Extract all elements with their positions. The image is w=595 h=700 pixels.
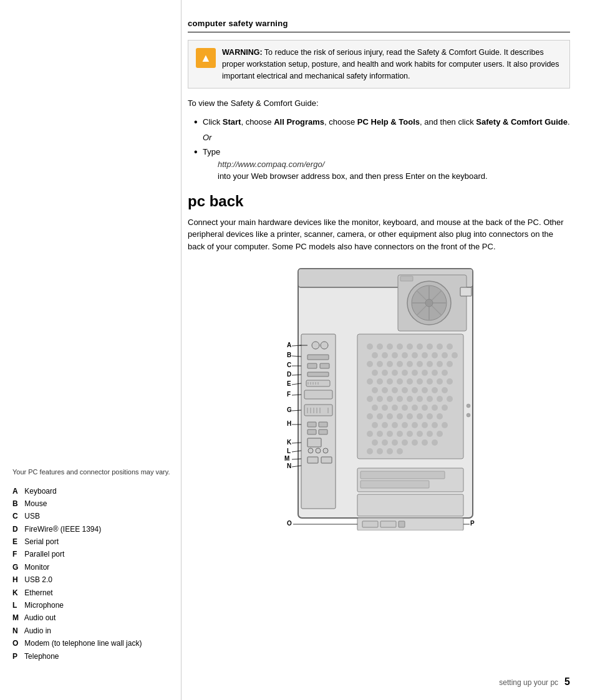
svg-point-119: [427, 413, 433, 420]
svg-rect-152: [360, 481, 429, 488]
svg-point-84: [417, 378, 423, 385]
svg-point-53: [372, 352, 378, 358]
svg-point-60: [442, 352, 448, 358]
svg-point-40: [323, 448, 328, 453]
svg-point-103: [437, 396, 443, 402]
connector-text-p: Telephone: [22, 650, 59, 663]
svg-point-138: [382, 439, 388, 446]
svg-point-56: [402, 352, 408, 358]
svg-point-116: [397, 413, 403, 420]
connector-text-o: Modem (to telephone line wall jack): [22, 637, 142, 650]
svg-point-129: [367, 431, 373, 437]
connector-item-m: M Audio out: [12, 611, 172, 624]
svg-point-67: [417, 361, 423, 367]
svg-point-74: [402, 370, 408, 376]
svg-point-9: [425, 299, 433, 307]
svg-point-109: [412, 405, 418, 411]
ergo-url: http://www.compaq.com/ergo/: [218, 158, 488, 171]
svg-point-45: [377, 343, 383, 350]
svg-point-46: [387, 343, 393, 350]
url-suffix: into your Web browser address box, and t…: [218, 170, 488, 183]
svg-point-55: [392, 352, 398, 358]
diagram-container: A B C D: [188, 262, 570, 530]
svg-point-70: [447, 361, 453, 367]
svg-point-54: [382, 352, 388, 358]
svg-text:P: P: [470, 520, 475, 527]
svg-rect-36: [319, 429, 327, 434]
main-content: computer safety warning ▲ WARNING: To re…: [181, 0, 595, 700]
svg-text:M: M: [284, 455, 289, 462]
svg-point-97: [377, 396, 383, 402]
svg-point-131: [387, 431, 393, 437]
connector-item-a: A Keyboard: [12, 485, 172, 497]
sidebar-note: Your PC features and connector positions…: [12, 467, 172, 477]
safety-bullet-list: • Click Start, choose All Programs, choo…: [194, 116, 570, 128]
bullet-dot-2: •: [194, 147, 203, 157]
safety-bullet-2: • Type http://www.compaq.com/ergo/ into …: [194, 146, 570, 183]
svg-text:E: E: [287, 380, 291, 387]
svg-point-100: [407, 396, 413, 402]
connector-item-c: C USB: [12, 510, 172, 522]
connector-item-g: G Monitor: [12, 561, 172, 573]
connector-letter-l: L: [12, 599, 22, 611]
warning-prefix: WARNING:: [222, 48, 263, 57]
svg-point-125: [412, 422, 418, 428]
connector-item-b: B Mouse: [12, 497, 172, 510]
svg-point-134: [417, 431, 423, 437]
svg-point-130: [377, 431, 383, 437]
svg-point-69: [437, 361, 443, 367]
svg-point-144: [367, 448, 373, 454]
connector-letter-p: P: [12, 650, 22, 663]
svg-point-14: [321, 342, 328, 349]
safety-warning-section: computer safety warning ▲ WARNING: To re…: [188, 19, 570, 183]
svg-point-112: [442, 405, 448, 411]
svg-point-139: [392, 439, 398, 446]
svg-point-64: [387, 361, 393, 367]
svg-point-39: [316, 448, 321, 453]
svg-point-124: [402, 422, 408, 428]
section-title: computer safety warning: [188, 19, 570, 28]
svg-point-92: [412, 387, 418, 393]
svg-point-99: [397, 396, 403, 402]
pc-help-tools-label: PC Help & Tools: [357, 117, 420, 127]
svg-point-90: [392, 387, 398, 393]
svg-point-80: [377, 378, 383, 385]
svg-point-79: [367, 378, 373, 385]
safety-bullet-1: • Click Start, choose All Programs, choo…: [194, 116, 570, 128]
svg-rect-37: [307, 438, 321, 447]
warning-icon: ▲: [196, 48, 216, 68]
warning-box: ▲ WARNING: To reduce the risk of serious…: [188, 40, 570, 89]
svg-point-127: [432, 422, 438, 428]
svg-rect-18: [307, 372, 329, 376]
all-programs-label: All Programs: [274, 117, 324, 127]
connector-text-m: Audio out: [22, 611, 56, 624]
svg-point-85: [427, 378, 433, 385]
svg-point-122: [382, 422, 388, 428]
sidebar: Your PC features and connector positions…: [0, 0, 181, 700]
svg-point-77: [432, 370, 438, 376]
warning-triangle-icon: ▲: [200, 52, 211, 65]
connector-text-g: Monitor: [22, 561, 49, 573]
svg-point-101: [417, 396, 423, 402]
svg-point-118: [417, 413, 423, 420]
svg-point-66: [407, 361, 413, 367]
svg-point-47: [397, 343, 403, 350]
svg-text:B: B: [287, 352, 291, 358]
pc-diagram: A B C D: [261, 262, 498, 530]
connector-item-d: D FireWire® (IEEE 1394): [12, 523, 172, 535]
svg-point-58: [422, 352, 428, 358]
connector-letter-c: C: [12, 510, 22, 522]
connector-text-b: Mouse: [22, 497, 47, 510]
connector-letter-g: G: [12, 561, 22, 573]
connector-text-d: FireWire® (IEEE 1394): [22, 523, 101, 535]
svg-point-121: [372, 422, 378, 428]
safety-bullet-1-text: Click Start, choose All Programs, choose…: [203, 116, 570, 128]
connector-letter-h: H: [12, 573, 22, 586]
svg-point-142: [422, 439, 428, 446]
connector-item-e: E Serial port: [12, 535, 172, 548]
connector-item-h: H USB 2.0: [12, 573, 172, 586]
pc-back-body: Connect your main hardware devices like …: [188, 216, 570, 253]
connector-letter-f: F: [12, 548, 22, 560]
svg-point-147: [397, 448, 403, 454]
connector-list: A KeyboardB MouseC USBD FireWire® (IEEE …: [12, 485, 172, 663]
